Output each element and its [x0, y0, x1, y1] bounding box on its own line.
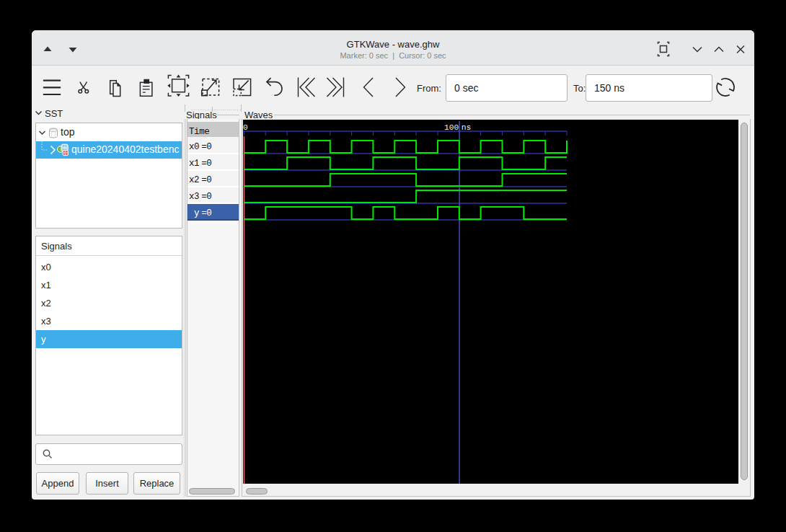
- svg-text:100: 100: [444, 123, 459, 132]
- svg-text:ns: ns: [462, 123, 472, 132]
- svg-text:0: 0: [243, 123, 248, 132]
